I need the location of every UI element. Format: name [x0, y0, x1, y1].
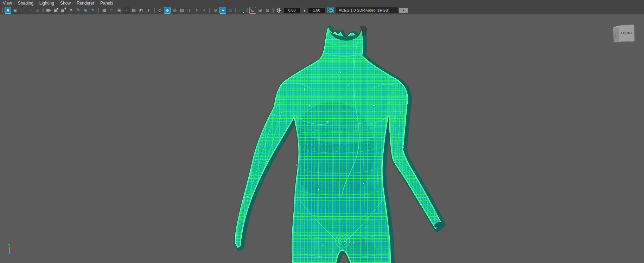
toolbar-separator	[154, 8, 155, 13]
toolbar-separator	[209, 8, 210, 13]
colorspace-value: ACES 1.0 SDR-video (sRGB)	[339, 8, 389, 12]
toolbar-groups: A▣▢◔▤⚑✎⊕✎▦▭◉●▩◩T◇◆◍▨◫☀◓⊜◕▥▢⊡⊞⊠	[0, 7, 275, 14]
field-chart-icon[interactable]: ▩	[130, 7, 137, 14]
menu-panels[interactable]: Panels	[100, 1, 113, 6]
view-cube[interactable]: LEFT FRONT	[613, 25, 635, 42]
resolution-gate-icon[interactable]: ◉	[116, 7, 122, 14]
panel-menu-bar: ViewShadingLightingShowRendererPanels	[0, 0, 644, 6]
menu-renderer[interactable]: Renderer	[77, 1, 94, 6]
frame-all-icon[interactable]: ▢	[19, 7, 26, 14]
isolate-remove-icon[interactable]: ⊠	[264, 7, 271, 14]
view-cube-front-label[interactable]: FRONT	[621, 31, 632, 35]
wireframe-on-shaded-icon[interactable]: ◍	[171, 7, 178, 14]
toolbar-fields: 0.00 ◑ 1.00 ON ACES 1.0 SDR-video (sRGB)…	[275, 7, 408, 14]
shadows-icon[interactable]: ◓	[201, 7, 208, 14]
smooth-shade-icon[interactable]: ◆	[164, 7, 171, 14]
frame-highlight-icon[interactable]: ▣	[12, 7, 19, 14]
gamma-field[interactable]: 1.00	[308, 8, 325, 13]
exposure-icon[interactable]	[275, 7, 282, 14]
viewport-3d[interactable]: LEFT FRONT y x z	[0, 14, 644, 263]
menu-shading[interactable]: Shading	[18, 1, 33, 6]
axis-gizmo: y x z	[8, 243, 16, 255]
wireframe-icon[interactable]: ◇	[157, 7, 163, 14]
color-wheel-icon[interactable]: ◔	[27, 7, 33, 14]
film-gate-icon[interactable]: ▭	[108, 7, 115, 14]
menu-show[interactable]: Show	[60, 1, 71, 6]
axis-x-label: x	[13, 249, 15, 253]
anti-aliasing-icon[interactable]: ◕	[219, 7, 226, 14]
menu-view[interactable]: View	[3, 1, 12, 6]
toolbar-separator	[98, 8, 99, 13]
view-transform-on-label: ON	[329, 8, 333, 13]
body-mesh[interactable]	[227, 25, 455, 263]
toolbar-separator	[247, 8, 248, 13]
pan-zoom-icon[interactable]: ⊕	[82, 7, 89, 14]
ambient-occlusion-icon[interactable]: ⊜	[212, 7, 219, 14]
annotation-a-icon[interactable]: A	[5, 7, 11, 14]
view-transform-toggle[interactable]: ON	[327, 7, 334, 13]
panel-top-bar: ViewShadingLightingShowRendererPanels A▣…	[0, 0, 644, 14]
panel-icon-toolbar: A▣▢◔▤⚑✎⊕✎▦▭◉●▩◩T◇◆◍▨◫☀◓⊜◕▥▢⊡⊞⊠ 0.00 ◑ 1.…	[0, 6, 644, 14]
lock-camera-icon[interactable]	[53, 7, 59, 14]
isolate-add-icon[interactable]: ⊞	[257, 7, 263, 14]
colorspace-dropdown-arrow[interactable]: ▼	[399, 8, 408, 13]
toolbar-separator	[43, 8, 44, 13]
safe-action-icon[interactable]: ◩	[138, 7, 145, 14]
textured-icon[interactable]: ▨	[179, 7, 185, 14]
marquee-select-icon[interactable]: ▢	[238, 7, 245, 14]
axis-z-label: z	[11, 251, 12, 254]
safe-title-icon[interactable]: T	[145, 7, 152, 14]
isolate-view-selected-icon[interactable]: ⊡	[249, 7, 256, 14]
lights-icon[interactable]: ☀	[193, 7, 200, 14]
grease-pencil-icon[interactable]: ✎	[75, 7, 82, 14]
camera-attributes-icon[interactable]	[60, 7, 67, 14]
grid-icon[interactable]: ▦	[101, 7, 108, 14]
colorspace-dropdown[interactable]: ACES 1.0 SDR-video (sRGB)	[336, 7, 398, 13]
use-default-material-icon[interactable]: ◫	[186, 7, 193, 14]
gate-mask-icon[interactable]: ●	[123, 7, 130, 14]
image-layers-icon[interactable]: ▤	[34, 7, 41, 14]
bookmark-icon[interactable]: ⚑	[68, 7, 74, 14]
toolbar-separator	[2, 8, 3, 13]
gamma-icon[interactable]: ◑	[301, 8, 307, 13]
exposure-field[interactable]: 0.00	[284, 8, 300, 13]
select-camera-icon[interactable]	[45, 7, 52, 14]
menu-lighting[interactable]: Lighting	[39, 1, 54, 6]
2d-pan-zoom-icon[interactable]: ✎	[90, 7, 96, 14]
depth-of-field-icon[interactable]: ▥	[227, 7, 234, 14]
toolbar-separator	[273, 8, 274, 13]
toolbar-separator	[235, 8, 236, 13]
axis-y-label: y	[8, 243, 10, 246]
